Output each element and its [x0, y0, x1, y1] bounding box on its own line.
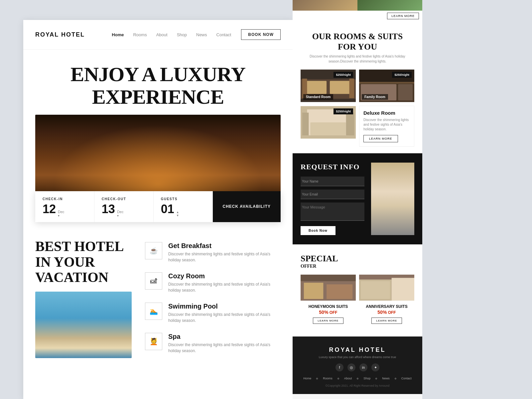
honeymoon-offer-info: HONEYMOON SUITS 50% OFF LEARN MORE [301, 301, 356, 327]
breakfast-icon: ☕ [145, 242, 162, 259]
linkedin-icon[interactable]: in [359, 363, 367, 371]
nav-news[interactable]: News [196, 32, 207, 37]
best-hotel-title: BEST HOTEL IN YOUR VACATION [35, 239, 132, 285]
footer-nav-home[interactable]: Home [303, 377, 311, 380]
deluxe-room-image: $250/night [301, 106, 356, 139]
honeymoon-offer-discount: 50% OFF [301, 310, 356, 315]
svg-rect-14 [346, 113, 354, 135]
rooms-subtitle: Discover the shimmering lights and festi… [301, 54, 414, 64]
standard-room-name: Standard Room [303, 94, 333, 100]
request-name-input[interactable] [301, 177, 364, 186]
nav-contact[interactable]: Contact [216, 32, 231, 37]
family-room-name: Family Room [362, 94, 388, 100]
footer-nav-shop[interactable]: Shop [363, 377, 370, 380]
header: ROYAL HOTEL Home Rooms About Shop News C… [23, 20, 293, 50]
anniversary-learn-more-button[interactable]: LEARN MORE [371, 318, 402, 324]
deluxe-room-desc: Discover the shimmering lights and festi… [363, 118, 410, 132]
feature-cozy-title: Cozy Room [168, 272, 281, 280]
request-form: REQUEST INFO Book Now [301, 163, 364, 235]
svg-rect-23 [361, 281, 390, 299]
room-card-deluxe-img: $250/night [301, 106, 356, 147]
logo: ROYAL HOTEL [35, 31, 85, 38]
hero-image [35, 115, 281, 201]
feature-spa-title: Spa [168, 333, 281, 340]
feature-breakfast-desc: Discover the shimmering lights and festi… [168, 251, 281, 263]
pool-icon: 🏊 [145, 303, 162, 320]
anniversary-offer-info: ANNIVERSARY SUITS 50% OFF LEARN MORE [359, 301, 414, 327]
guests-count: 01 [161, 202, 174, 216]
nav-home[interactable]: Home [112, 32, 124, 37]
checkin-month: Dec ▾ [58, 210, 65, 217]
footer-nav: Home ◆ Rooms ◆ About ◆ Shop ◆ News ◆ Con… [301, 377, 414, 380]
rooms-grid: $250/night Standard Room $250/night Fami… [301, 69, 414, 147]
footer-nav-rooms[interactable]: Rooms [323, 377, 332, 380]
request-email-input[interactable] [301, 190, 364, 199]
request-submit-button[interactable]: Book Now [301, 226, 335, 235]
svg-rect-18 [304, 283, 324, 299]
svg-rect-3 [330, 81, 352, 94]
deluxe-learn-more-button[interactable]: LEARN MORE [363, 135, 398, 142]
request-room-image [371, 163, 414, 235]
feature-breakfast: ☕ Get Breakfast Discover the shimmering … [145, 242, 281, 263]
honeymoon-learn-more-button[interactable]: LEARN MORE [313, 318, 344, 324]
feature-cozy-room: 🛋 Cozy Room Discover the shimmering ligh… [145, 272, 281, 293]
checkout-day: 13 [102, 202, 115, 216]
book-now-button[interactable]: BOOK NOW [241, 29, 281, 40]
family-room-price: $250/night [392, 72, 412, 78]
family-room-image: $250/night Family Room [359, 69, 414, 102]
deluxe-room-price: $250/night [333, 108, 353, 114]
feature-breakfast-title: Get Breakfast [168, 242, 281, 250]
nav-rooms[interactable]: Rooms [133, 32, 147, 37]
feature-pool: 🏊 Swimming Pool Discover the shimmering … [145, 303, 281, 324]
spa-icon: 💆 [145, 333, 162, 350]
svg-rect-2 [304, 81, 327, 94]
left-panel: ROYAL HOTEL Home Rooms About Shop News C… [23, 20, 293, 399]
hero-title: ENJOY A LUXURY EXPERIENCE [23, 50, 293, 115]
features-list: ☕ Get Breakfast Discover the shimmering … [145, 239, 281, 358]
checkin-day: 12 [43, 202, 56, 216]
main-nav: Home Rooms About Shop News Contact [112, 32, 231, 37]
check-availability-button[interactable]: CHECK AVAILABILITY [213, 191, 281, 222]
offers-grid: HONEYMOON SUITS 50% OFF LEARN MORE [301, 274, 414, 327]
svg-rect-9 [398, 84, 413, 100]
booking-bar: CHECK-IN 12 Dec ▾ CHECK-OUT 13 Dec ▾ GUE… [35, 191, 281, 222]
deluxe-room-title: Deluxe Room [363, 110, 410, 116]
footer-social: f ◎ in ✦ [301, 363, 414, 371]
special-offer-title: SPECIAL [301, 254, 414, 264]
offer-card-honeymoon: HONEYMOON SUITS 50% OFF LEARN MORE [301, 274, 356, 327]
footer-nav-news[interactable]: News [382, 377, 390, 380]
nav-about[interactable]: About [156, 32, 168, 37]
checkout-field[interactable]: CHECK-OUT 13 Dec ▾ [94, 191, 154, 222]
room-card-family: $250/night Family Room [359, 69, 414, 102]
svg-rect-13 [310, 122, 346, 135]
svg-rect-22 [392, 278, 414, 301]
nav-shop[interactable]: Shop [177, 32, 187, 37]
checkout-month: Dec ▾ [117, 210, 124, 217]
request-info-section: REQUEST INFO Book Now [293, 153, 422, 244]
rooms-section: OUR ROOMS & SUITS FOR YOU Discover the s… [293, 21, 422, 153]
footer-nav-contact[interactable]: Contact [401, 377, 412, 380]
best-hotel-image [35, 292, 132, 358]
feature-pool-desc: Discover the shimmering lights and festi… [168, 312, 281, 324]
special-offer-section: SPECIAL OFFER HONEYMOON SUITS 50% [293, 244, 422, 336]
room-card-standard: $250/night Standard Room [301, 69, 356, 102]
anniversary-offer-name: ANNIVERSARY SUITS [359, 304, 414, 309]
facebook-icon[interactable]: f [335, 363, 343, 371]
twitter-icon[interactable]: ✦ [371, 363, 379, 371]
right-panel: LEARN MORE OUR ROOMS & SUITS FOR YOU Dis… [293, 0, 422, 399]
svg-rect-15 [302, 113, 309, 135]
learn-more-strip: LEARN MORE [293, 11, 422, 21]
footer-nav-about[interactable]: About [344, 377, 352, 380]
honeymoon-offer-image [301, 274, 356, 301]
instagram-icon[interactable]: ◎ [347, 363, 355, 371]
best-section: BEST HOTEL IN YOUR VACATION ☕ Get Breakf… [23, 222, 293, 365]
standard-room-image: $250/night Standard Room [301, 69, 356, 102]
guests-field[interactable]: GUESTS 01 ▲ ▼ [154, 191, 213, 222]
cozy-room-icon: 🛋 [145, 272, 162, 290]
checkin-field[interactable]: CHECK-IN 12 Dec ▾ [35, 191, 94, 222]
top-strip [293, 0, 422, 11]
feature-pool-title: Swimming Pool [168, 303, 281, 310]
rooms-title: OUR ROOMS & SUITS FOR YOU [301, 31, 414, 52]
request-message-textarea[interactable] [301, 202, 364, 221]
top-learn-more-button[interactable]: LEARN MORE [387, 13, 419, 19]
